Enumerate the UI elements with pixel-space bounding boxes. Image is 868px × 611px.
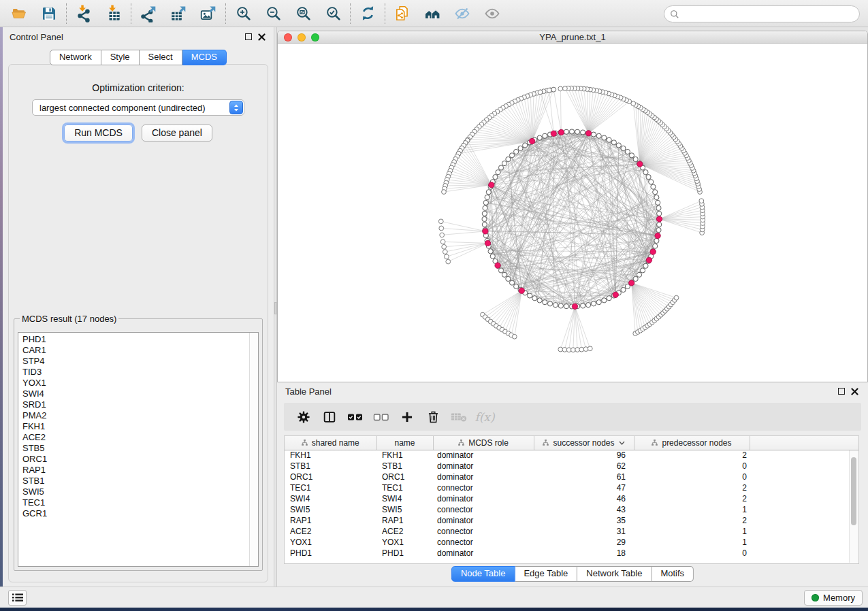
column-header-successor-nodes[interactable]: successor nodes — [534, 436, 634, 450]
mcds-result-item[interactable]: STP4 — [18, 356, 248, 367]
tree-icon — [543, 440, 549, 446]
mcds-result-item[interactable]: FKH1 — [18, 421, 248, 432]
table-scrollbar-thumb[interactable] — [851, 457, 856, 525]
maximize-window-icon[interactable] — [311, 33, 319, 42]
desktop-edge-left — [0, 27, 3, 587]
table-row[interactable]: YOX1YOX1connector291 — [285, 537, 858, 548]
trash-icon[interactable] — [420, 406, 446, 429]
table-row[interactable]: TEC1TEC1connector472 — [285, 482, 858, 493]
import-table-icon[interactable] — [99, 2, 129, 25]
network-view-window: YPA_prune.txt_1 — [277, 31, 868, 382]
zoom-fit-icon[interactable] — [288, 2, 318, 25]
float-panel-icon[interactable] — [245, 33, 252, 40]
close-window-icon[interactable] — [284, 33, 292, 42]
mcds-result-item[interactable]: PHD1 — [18, 334, 248, 345]
close-panel-icon[interactable] — [258, 33, 266, 41]
tab-node-table[interactable]: Node Table — [451, 566, 515, 582]
zoom-in-icon[interactable] — [228, 2, 258, 25]
tab-edge-table[interactable]: Edge Table — [515, 566, 577, 582]
table-row[interactable]: SWI4SWI4dominator462 — [285, 493, 858, 504]
right-area: YPA_prune.txt_1 Table Panel — [277, 27, 868, 587]
tab-style[interactable]: Style — [101, 50, 140, 65]
mcds-result-item[interactable]: YOX1 — [18, 378, 248, 389]
search-icon — [670, 10, 679, 19]
hide-selected-icon[interactable] — [447, 2, 477, 25]
memory-button[interactable]: Memory — [804, 590, 863, 606]
import-network-icon[interactable] — [69, 2, 99, 25]
control-panel-title: Control Panel — [10, 32, 63, 42]
zoom-out-icon[interactable] — [258, 2, 288, 25]
duplicate-network-icon[interactable] — [387, 2, 417, 25]
mcds-result-item[interactable]: ACE2 — [18, 432, 248, 443]
network-window-titlebar[interactable]: YPA_prune.txt_1 — [278, 31, 867, 44]
task-history-button[interactable] — [8, 590, 27, 606]
dropdown-stepper-icon — [229, 101, 243, 114]
criterion-dropdown[interactable]: largest connected component (undirected) — [32, 99, 244, 116]
table-row[interactable]: ACE2ACE2connector311 — [285, 526, 858, 537]
mcds-result-item[interactable]: CAR1 — [18, 345, 248, 356]
application-window: Control Panel Network Style Select MCDS … — [0, 0, 868, 608]
export-image-icon[interactable] — [193, 2, 223, 25]
minimize-window-icon[interactable] — [298, 33, 306, 42]
refresh-layout-icon[interactable] — [353, 2, 383, 25]
gear-icon[interactable] — [291, 406, 317, 429]
column-header-shared-name[interactable]: shared name — [285, 436, 376, 450]
table-panel-title: Table Panel — [285, 386, 332, 397]
houses-icon[interactable] — [417, 2, 447, 25]
table-toolbar: f(x) — [284, 403, 861, 431]
table-row[interactable]: STB1STB1dominator620 — [285, 461, 858, 472]
column-header-mcds-role[interactable]: MCDS role — [433, 436, 534, 450]
close-panel-button[interactable]: Close panel — [142, 125, 212, 142]
mcds-result-item[interactable]: TEC1 — [18, 497, 248, 508]
mcds-result-item[interactable]: STB5 — [18, 443, 248, 454]
export-table-icon[interactable] — [163, 2, 193, 25]
table-row[interactable]: ORC1ORC1dominator610 — [285, 472, 858, 482]
column-header-name[interactable]: name — [376, 436, 433, 450]
column-header-predecessor-nodes[interactable]: predecessor nodes — [634, 436, 750, 450]
desktop-edge-bottom — [0, 608, 868, 611]
show-all-icon[interactable] — [477, 2, 507, 25]
tab-motifs[interactable]: Motifs — [652, 566, 694, 582]
add-column-icon[interactable] — [394, 406, 420, 429]
table-row[interactable]: PHD1PHD1dominator180 — [285, 548, 858, 559]
mcds-result-item[interactable]: RAP1 — [18, 465, 248, 476]
mcds-result-item[interactable]: SWI4 — [18, 389, 248, 399]
mcds-result-item[interactable]: TID3 — [18, 367, 248, 378]
tree-icon — [652, 440, 658, 446]
table-scrollbar[interactable] — [849, 450, 858, 563]
open-file-icon[interactable] — [4, 2, 34, 25]
tab-network-table[interactable]: Network Table — [577, 566, 652, 582]
mcds-tab-panel: Optimization criterion: largest connecte… — [8, 64, 268, 582]
optimization-criterion-label: Optimization criterion: — [9, 82, 268, 93]
mcds-result-item[interactable]: STB1 — [18, 476, 248, 486]
mcds-result-item[interactable]: GCR1 — [18, 508, 248, 519]
mcds-result-item[interactable]: PMA2 — [18, 410, 248, 421]
search-input[interactable] — [683, 9, 859, 19]
tab-mcds[interactable]: MCDS — [182, 50, 227, 65]
export-network-icon[interactable] — [133, 2, 163, 25]
tree-icon — [302, 440, 308, 446]
close-table-panel-icon[interactable] — [851, 388, 858, 395]
toolbar-separator — [350, 3, 351, 24]
run-mcds-button[interactable]: Run MCDS — [64, 125, 133, 142]
split-view-icon[interactable] — [317, 406, 342, 429]
table-row[interactable]: RAP1RAP1dominator352 — [285, 515, 858, 526]
mcds-result-item[interactable]: SWI5 — [18, 486, 248, 497]
main-toolbar — [0, 0, 868, 27]
zoom-selected-icon[interactable] — [318, 2, 348, 25]
tab-network[interactable]: Network — [50, 50, 101, 65]
save-session-icon[interactable] — [34, 2, 64, 25]
mcds-list-scrollbar[interactable] — [249, 333, 258, 566]
toolbar-separator — [385, 3, 385, 24]
table-row[interactable]: SWI5SWI5connector431 — [285, 504, 858, 515]
select-all-icon[interactable] — [342, 406, 368, 429]
mcds-result-item[interactable]: ORC1 — [18, 454, 248, 465]
float-table-panel-icon[interactable] — [838, 388, 845, 395]
toolbar-separator — [131, 3, 131, 24]
tab-select[interactable]: Select — [140, 50, 182, 65]
mcds-result-item[interactable]: SRD1 — [18, 399, 248, 410]
network-canvas[interactable] — [278, 44, 867, 382]
deselect-all-icon[interactable] — [368, 406, 394, 429]
table-row[interactable]: FKH1FKH1dominator962 — [285, 450, 858, 461]
search-field[interactable] — [664, 5, 860, 22]
